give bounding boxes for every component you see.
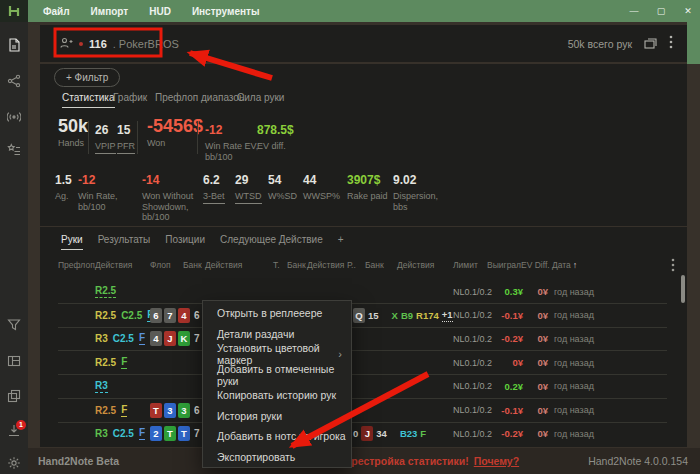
hand-row[interactable]: R3NL0.1/0.20.2¥0¥год назад [40, 375, 687, 399]
open-in-window-icon[interactable] [644, 35, 657, 53]
context-menu-item-детали-раздачи[interactable]: Детали раздачи [203, 324, 351, 345]
column-header[interactable]: Р.. [347, 260, 356, 270]
notification-badge: 1 [16, 420, 26, 430]
card-chip: T [178, 426, 190, 441]
action-token: R3 [95, 428, 108, 439]
stat-3-bet[interactable]: 6.23-Bet [203, 169, 225, 204]
column-header[interactable]: Действия [397, 260, 434, 270]
tab-статистика[interactable]: Статистика [62, 92, 115, 108]
context-menu-item-установить-цветовой-маркер[interactable]: Установить цветовой маркер› [203, 344, 351, 365]
window-controls: —▢✕ [628, 0, 694, 22]
table-tab-руки[interactable]: Руки [61, 234, 83, 250]
hud-layout-icon[interactable] [7, 354, 21, 368]
column-header[interactable]: Выиграл [487, 260, 521, 270]
tab-сила-руки[interactable]: Сила руки [237, 92, 284, 107]
column-header[interactable]: Префлоп [58, 260, 95, 270]
context-menu-item-копировать-историю-рук[interactable]: Копировать историю рук [203, 385, 351, 406]
player-selector[interactable]: 116 . PokerBROS [60, 25, 179, 62]
action-token: F [121, 404, 127, 417]
stat-value: -12 [205, 119, 258, 137]
player-icon [60, 35, 73, 53]
flop-cards: T33 [150, 399, 190, 422]
table-tab-следующее-действие[interactable]: Следующее Действие [220, 234, 323, 250]
menu-файл[interactable]: Файл [43, 6, 70, 17]
stat-label: WWSP% [303, 191, 340, 202]
context-menu-item-открыть-в-реплееере[interactable]: Открыть в реплееере [203, 303, 351, 324]
hand-row[interactable]: R2.5NL0.1/0.20.3¥0¥год назад [40, 280, 687, 304]
column-header[interactable]: Лимит [453, 260, 478, 270]
table-tab-позиции[interactable]: Позиции [165, 234, 205, 250]
stat-vpip[interactable]: 26VPIP [95, 119, 116, 154]
menu-инструменты[interactable]: Инструменты [192, 6, 260, 17]
filter-button[interactable]: + Фильтр [54, 68, 120, 87]
won-cell: -0.2¥ [483, 422, 523, 445]
stat-label: Win Rate EV,bb/100 [205, 141, 258, 162]
date-cell: год назад [554, 304, 594, 327]
column-header[interactable]: Банк [365, 260, 384, 270]
column-header[interactable]: Действия [205, 260, 242, 270]
card-chip: J [164, 331, 176, 346]
action-token: X [392, 310, 398, 321]
hand-row[interactable]: R2.5C2.5F6746Q15XB9R174+1NL0.1/0.2-0.1¥0… [40, 304, 687, 328]
header-more-icon[interactable] [669, 35, 673, 53]
table-tab-результаты[interactable]: Результаты [98, 234, 151, 250]
column-header[interactable]: EV Diff. [521, 260, 550, 270]
hand-row[interactable]: R2.5FNL0.1/0.20¥0¥год назад [40, 351, 687, 375]
hand-row[interactable]: R3C2.5F4JK7NL0.1/0.2-0.2¥0¥год назад [40, 327, 687, 351]
column-header[interactable]: Флоп [150, 260, 171, 270]
stat-label: Hands [58, 138, 88, 149]
table-tab-+[interactable]: + [338, 234, 344, 250]
settings-icon[interactable] [7, 456, 21, 470]
table-scrollbar[interactable] [681, 275, 685, 303]
warning-why-link[interactable]: Почему? [474, 455, 519, 467]
windows-stack-icon[interactable] [7, 389, 21, 403]
context-menu-item-добавить-в-отмеченные-руки[interactable]: Добавить в отмеченные руки [203, 365, 351, 386]
filter-icon[interactable] [7, 318, 21, 332]
context-menu-item-история-руки[interactable]: История руки [203, 406, 351, 427]
tab-график[interactable]: График [113, 92, 147, 107]
column-header[interactable]: Банк [287, 260, 306, 270]
action-token: 34 [376, 428, 387, 439]
column-header[interactable]: Действия [95, 260, 132, 270]
minimize-button[interactable]: — [628, 6, 640, 16]
hand-row[interactable]: R3C2.5F2TT70J34B23FNL0.1/0.2-0.2¥0¥год н… [40, 422, 687, 446]
card-chip: T [150, 403, 162, 418]
date-cell: год назад [554, 351, 594, 374]
stat-wtsd[interactable]: 29WTSD [235, 169, 262, 204]
maximize-button[interactable]: ▢ [655, 6, 667, 16]
share-icon[interactable] [7, 74, 21, 88]
preflop-actions: R2.5F [95, 399, 127, 422]
hands-report-icon[interactable] [7, 38, 21, 52]
column-header[interactable]: Т. [273, 260, 280, 270]
card-chip: K [178, 331, 190, 346]
hand-row[interactable]: R2.5FT336NL0.1/0.2-0.1¥0¥год назад [40, 399, 687, 423]
marked-hands-icon[interactable] [7, 143, 21, 157]
menu-импорт[interactable]: Импорт [91, 6, 129, 17]
action-token: R2.5 [95, 405, 116, 416]
context-menu-item-экспортировать[interactable]: Экспортировать [203, 447, 351, 468]
action-token: R2.5 [95, 310, 116, 321]
stat-pfr[interactable]: 15PFR [117, 119, 135, 154]
tab-префлоп-диапазон[interactable]: Префлоп диапазон [155, 92, 244, 107]
stat-value: -14 [142, 169, 193, 187]
hand2note-logo-icon [0, 0, 28, 22]
column-header[interactable]: Дата↑ [552, 260, 577, 270]
stat-value: 54 [268, 169, 297, 187]
table-more-icon[interactable] [671, 258, 675, 276]
column-header[interactable]: Банк [183, 260, 202, 270]
column-header[interactable]: Действия [307, 260, 344, 270]
downloads-icon[interactable]: 1 [7, 424, 21, 438]
close-button[interactable]: ✕ [682, 6, 694, 16]
stat-label: W%SD [268, 191, 297, 202]
action-token: +1 [442, 309, 453, 322]
won-cell: -0.1¥ [483, 399, 523, 422]
date-cell: год назад [554, 399, 594, 422]
turn-card: 7 [194, 422, 200, 445]
menu-hud[interactable]: HUD [149, 6, 171, 17]
card-chip: 4 [178, 308, 190, 323]
total-hands-label: 50k всего рук [568, 38, 632, 50]
stat-label: Win Rate,bb/100 [78, 191, 118, 212]
live-sessions-icon[interactable] [7, 110, 21, 124]
context-menu-item-добавить-в-нотс-на-игрока[interactable]: Добавить в нотс на игрока [203, 426, 351, 447]
sidebar: 1 [0, 22, 28, 474]
